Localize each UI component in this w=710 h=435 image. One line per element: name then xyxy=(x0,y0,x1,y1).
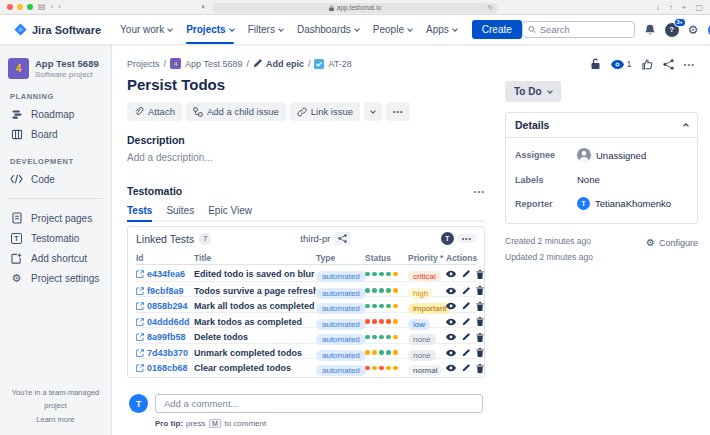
nav-item-apps[interactable]: Apps xyxy=(419,15,464,44)
sidebar-item-roadmap[interactable]: Roadmap xyxy=(8,104,103,124)
project-header[interactable]: 4 App Test 5689 Software project xyxy=(8,58,103,79)
delete-test-trash-icon[interactable] xyxy=(476,333,484,342)
delete-test-trash-icon[interactable] xyxy=(476,270,484,279)
browser-sidebar-icon[interactable]: ▤ xyxy=(38,3,46,11)
sidebar-item-add-shortcut[interactable]: Add shortcut xyxy=(8,248,103,268)
view-test-eye-icon[interactable] xyxy=(446,287,456,295)
share-nodes-icon[interactable] xyxy=(663,59,674,70)
attach-button[interactable]: Attach xyxy=(127,102,182,121)
view-test-eye-icon[interactable] xyxy=(446,302,456,310)
notifications-bell-icon[interactable] xyxy=(644,24,656,36)
edit-test-pencil-icon[interactable] xyxy=(462,287,470,295)
status-dot xyxy=(386,272,391,277)
details-header[interactable]: Details xyxy=(506,113,697,138)
test-id-link[interactable]: 7d43b370 xyxy=(136,348,194,358)
edit-test-pencil-icon[interactable] xyxy=(462,364,470,372)
forward-icon[interactable]: › xyxy=(58,3,61,11)
watchers-button[interactable]: 1 xyxy=(611,59,632,69)
settings-gear-icon[interactable]: ⚙ xyxy=(688,24,699,36)
test-id-link[interactable]: 8a99fb58 xyxy=(136,332,194,342)
minimize-window-icon[interactable] xyxy=(17,4,23,10)
sidebar-item-project-pages[interactable]: Project pages xyxy=(8,208,103,228)
privacy-shield-icon[interactable]: ◑ xyxy=(200,3,205,11)
reload-icon[interactable]: ↻ xyxy=(488,4,493,12)
sidebar-item-code[interactable]: Code xyxy=(8,169,103,189)
linked-tests-avatar[interactable]: T xyxy=(441,232,454,245)
sidebar-item-project-settings[interactable]: ⚙Project settings xyxy=(8,268,103,288)
branch-share-button[interactable] xyxy=(334,232,351,245)
status-dropdown[interactable]: To Do xyxy=(505,81,561,102)
delete-test-trash-icon[interactable] xyxy=(476,364,484,373)
tab-suites[interactable]: Suites xyxy=(166,205,194,220)
view-test-eye-icon[interactable] xyxy=(446,349,456,357)
description-placeholder[interactable]: Add a description... xyxy=(127,152,485,163)
edit-test-pencil-icon[interactable] xyxy=(462,349,470,357)
create-button[interactable]: Create xyxy=(472,20,522,39)
tab-epic-view[interactable]: Epic View xyxy=(208,205,252,220)
share-icon[interactable]: ↑ xyxy=(669,3,673,12)
panel-more-icon[interactable]: ••• xyxy=(684,60,695,69)
more-actions-button[interactable]: ••• xyxy=(386,102,410,121)
unlock-icon[interactable] xyxy=(590,58,601,70)
nav-item-people[interactable]: People xyxy=(366,15,419,44)
testomatio-more-icon[interactable]: ••• xyxy=(474,187,485,196)
link-issue-button[interactable]: Link issue xyxy=(290,102,360,121)
issue-title[interactable]: Persist Todos xyxy=(127,76,485,93)
nav-item-projects[interactable]: Projects xyxy=(179,15,240,44)
add-child-issue-button[interactable]: Add a child issue xyxy=(186,102,286,121)
delete-test-trash-icon[interactable] xyxy=(476,286,484,295)
delete-test-trash-icon[interactable] xyxy=(476,302,484,311)
tab-overview-icon[interactable]: ▢ xyxy=(695,3,703,12)
breadcrumb-issue-key[interactable]: AT-28 xyxy=(328,59,351,69)
help-button[interactable]: ? 3+ xyxy=(665,23,679,37)
assignee-value[interactable]: Unassigned xyxy=(577,148,688,162)
jira-logo[interactable]: Jira Software xyxy=(14,23,101,36)
close-window-icon[interactable] xyxy=(7,4,13,10)
reporter-value[interactable]: T TetianaKhomenko xyxy=(577,197,688,210)
traffic-lights[interactable] xyxy=(7,4,33,10)
labels-value[interactable]: None xyxy=(577,174,688,185)
breadcrumb-project[interactable]: App Test 5689 xyxy=(185,59,242,69)
downloads-icon[interactable]: ↓ xyxy=(656,3,660,12)
col-type[interactable]: Type xyxy=(316,253,365,263)
learn-more-link[interactable]: Learn more xyxy=(0,413,111,427)
sidebar-item-board[interactable]: Board xyxy=(8,124,103,144)
view-test-eye-icon[interactable] xyxy=(446,333,456,341)
col-title[interactable]: Title xyxy=(194,253,316,263)
view-test-eye-icon[interactable] xyxy=(446,364,456,372)
branch-filter-value[interactable]: third-pr xyxy=(300,233,330,244)
breadcrumb-epic[interactable]: Add epic xyxy=(266,59,304,69)
edit-test-pencil-icon[interactable] xyxy=(462,302,470,310)
search-input[interactable] xyxy=(540,24,629,35)
test-type-badge: automated xyxy=(316,365,366,376)
edit-test-pencil-icon[interactable] xyxy=(462,270,470,278)
breadcrumb-projects[interactable]: Projects xyxy=(127,59,160,69)
link-issue-dropdown-button[interactable] xyxy=(364,102,382,121)
nav-item-filters[interactable]: Filters xyxy=(241,15,290,44)
view-test-eye-icon[interactable] xyxy=(446,318,456,326)
maximize-window-icon[interactable] xyxy=(27,4,33,10)
like-thumb-icon[interactable] xyxy=(642,59,653,70)
comment-input[interactable] xyxy=(155,394,483,413)
nav-item-your-work[interactable]: Your work xyxy=(113,15,179,44)
browser-url-bar[interactable]: app.testomat.io ↻ xyxy=(213,3,497,13)
edit-test-pencil-icon[interactable] xyxy=(462,318,470,326)
back-icon[interactable]: ‹ xyxy=(51,3,54,11)
test-id-link[interactable]: 0168cb68 xyxy=(136,363,194,373)
nav-item-dashboards[interactable]: Dashboards xyxy=(290,15,366,44)
test-id-link[interactable]: 04ddd6dd xyxy=(136,317,194,327)
test-id-link[interactable]: 0858b294 xyxy=(136,301,194,311)
global-search[interactable] xyxy=(522,21,635,38)
sidebar-item-testomatio[interactable]: TTestomatio xyxy=(8,228,103,248)
delete-test-trash-icon[interactable] xyxy=(476,348,484,357)
configure-button[interactable]: ⚙ Configure xyxy=(646,238,698,248)
tab-tests[interactable]: Tests xyxy=(127,205,152,220)
new-tab-icon[interactable]: + xyxy=(682,3,687,12)
linked-tests-more-button[interactable]: ••• xyxy=(458,234,476,243)
test-row: e434fea6Edited todo is saved on blurauto… xyxy=(136,265,476,281)
view-test-eye-icon[interactable] xyxy=(446,270,456,278)
delete-test-trash-icon[interactable] xyxy=(476,317,484,326)
test-id-link[interactable]: f9cbf8a9 xyxy=(136,286,194,296)
edit-test-pencil-icon[interactable] xyxy=(462,333,470,341)
test-id-link[interactable]: e434fea6 xyxy=(136,269,194,279)
